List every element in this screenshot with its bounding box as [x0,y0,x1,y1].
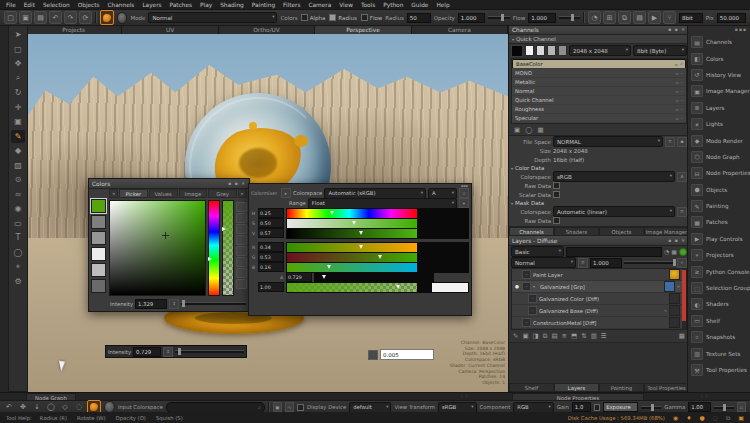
transform-tool-icon[interactable]: ↶ [4,402,14,412]
auto-icon[interactable]: A [677,172,687,182]
intensity-field[interactable]: 1.329 [135,299,167,309]
transfer-icon[interactable]: ⇅ [581,332,586,340]
expand-icon[interactable]: ▸ [281,188,291,198]
palette-tab[interactable]: Objects [599,227,644,236]
color-swatch[interactable] [91,215,106,229]
pix-field[interactable]: 50.000 [717,13,746,23]
toolbar-icon[interactable]: ⑂ [663,11,676,24]
layer-row[interactable]: Galvanized Color (Diff) [512,293,686,305]
exposure-button[interactable]: Exposure [603,402,638,412]
menu-item[interactable]: Filters [283,2,300,8]
display-device-select[interactable]: default [349,402,391,413]
scrollbar-thumb[interactable] [682,270,686,321]
tool-icon[interactable]: ▨ [11,159,25,173]
toolbar-icon[interactable]: ↶ [49,11,62,24]
status-idle-icon[interactable]: ◌ [713,414,718,421]
palette-shortcut[interactable]: ✎ Painting [688,198,750,214]
lut-icon[interactable]: ▣ [273,402,282,412]
shuffle-icon[interactable]: ≋ [562,332,567,340]
floating-value-field[interactable]: 0.005 [368,349,434,360]
tool-icon[interactable]: ↻ [11,86,25,100]
toolbar-checkbox[interactable]: Radius [329,14,356,21]
alpha-strip[interactable] [222,200,234,296]
saturation-value-picker[interactable] [109,200,206,296]
toolbar-icon[interactable]: ▣ [19,11,32,24]
channel-cache-icon[interactable]: ▫ [676,89,679,94]
menu-item[interactable]: Edit [24,2,35,8]
opacity-slider[interactable] [488,16,509,19]
tool-icon[interactable]: ≈ [11,188,25,202]
color-swatch[interactable] [91,231,106,245]
toolbar-checkbox[interactable]: Alpha [301,14,326,21]
alpha-slider[interactable] [286,282,469,293]
group-expander-icon[interactable]: ▾ [533,284,538,289]
quick-channel-row[interactable]: ▾ Quick Channel [509,35,689,44]
toolbar-icon[interactable]: ▤ [34,11,47,24]
viewport-tab[interactable]: Camera [412,25,508,34]
palette-shortcut[interactable]: ⬡ Node Graph [688,149,750,165]
blend-options-icon[interactable]: ≡ [578,258,588,268]
options-icon[interactable]: ▫ [459,188,469,198]
file-space-select[interactable]: NORMAL [553,136,663,147]
channel-row[interactable]: Metallic ▫ ‒ [512,78,686,87]
flow-slider[interactable] [559,16,580,19]
palette-shortcut[interactable]: ▣ Image Manager [688,83,750,99]
reset-icon[interactable]: ▫ [737,402,746,412]
palette-shortcut[interactable]: ◧ Colors [688,50,750,66]
view-transform-select[interactable]: sRGB [438,402,477,413]
section-expander-icon[interactable]: ▾ [511,201,513,206]
checkbox-box[interactable] [361,14,368,21]
tool-icon[interactable]: ✛ [11,101,25,115]
palette-shortcut[interactable]: ↺ History View [688,67,750,83]
palette-shortcut[interactable]: ▦ Patches [688,214,750,230]
layers-scrollbar[interactable] [682,269,686,329]
menu-item[interactable]: View [339,2,353,8]
mask-add-icon[interactable]: + [677,284,680,289]
value-input[interactable]: 0.005 [380,349,434,360]
menu-item[interactable]: Selection [43,2,70,8]
grey-swatch[interactable] [536,45,545,56]
tool-icon[interactable]: ⌖ [11,260,25,274]
colorspace-short-select[interactable]: A [428,188,457,199]
file-space-options-icon[interactable]: ≡ [665,137,675,147]
remove-channel-icon[interactable]: ▦ [537,126,543,134]
curve-button-icon[interactable]: ∿ [285,402,294,412]
grey-swatch[interactable] [547,45,556,56]
dock-tab[interactable]: Painting [599,383,644,392]
intensity-value-field[interactable]: 0.729 [133,347,161,357]
layer-row[interactable]: ● ▾ Galvanized [Grp] + [512,281,686,293]
palette-shortcut[interactable]: ⌖ Projectors [688,247,750,263]
colors-panel-tab[interactable]: Image [179,189,208,198]
viewport-tab[interactable]: Projects [26,25,122,34]
palette-tab[interactable]: Shaders [554,227,599,236]
palette-shortcut[interactable]: ⚒ Tool Properties [688,362,750,378]
raw-data-checkbox[interactable] [553,182,560,189]
transform-tool-icon[interactable]: ✥ [18,402,28,412]
stepper-icon[interactable]: ⇕ [169,299,179,309]
blend-mode-select[interactable]: Normal [511,257,576,268]
add-layer-icon[interactable]: ✎ [513,332,518,340]
tool-icon[interactable]: ▢ [11,43,25,57]
palette-shortcut[interactable]: ⊟ Node Properties [688,165,750,181]
tool-icon[interactable]: ◉ [11,202,25,216]
palette-tab[interactable]: Channels [509,227,554,236]
channel-lock-icon[interactable]: ‒ [680,89,683,94]
history-icon[interactable]: ◔ [664,248,669,255]
paint-mode-select[interactable]: Normal [148,12,277,23]
intensity-track[interactable] [175,350,244,353]
scalar-data-checkbox[interactable] [553,191,560,198]
tool-icon[interactable]: ⊙ [11,173,25,187]
colorspace-select[interactable]: Automatic (sRGB) [324,188,426,199]
toolbar-icon[interactable]: ▤ [633,11,646,24]
paint-tool-button[interactable] [100,10,114,25]
add-channel-icon[interactable]: ▣ [514,126,520,134]
layer-row[interactable]: ConstructionMetal [Diff] [512,317,686,329]
mode-button[interactable] [236,257,247,267]
channel-cache-icon[interactable]: ▫ [676,71,679,76]
channel-row[interactable]: Roughness ▫ ‒ [512,105,686,114]
palette-shortcut[interactable]: ≣ Layers [688,100,750,116]
channel-cache-icon[interactable]: ▫ [676,98,679,103]
colors-panel-tab[interactable]: Values [149,189,178,198]
menu-item[interactable]: Play [200,2,212,8]
merge-layer-icon[interactable]: ▤ [551,332,557,340]
